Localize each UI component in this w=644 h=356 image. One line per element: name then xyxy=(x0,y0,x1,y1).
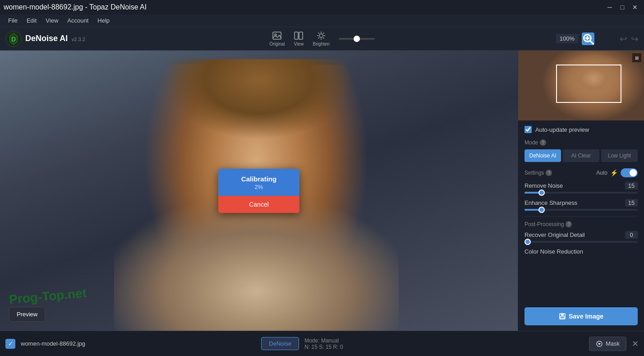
redo-button[interactable]: ↪ xyxy=(631,33,639,44)
svg-line-14 xyxy=(318,37,319,38)
enhance-sharpness-thumb[interactable] xyxy=(538,207,545,213)
menu-view[interactable]: View xyxy=(41,15,63,26)
enhance-sharpness-section: Enhance Sharpness 15 xyxy=(524,199,638,211)
recover-detail-label-row: Recover Original Detail 0 xyxy=(524,231,638,239)
save-image-button[interactable]: Save Image xyxy=(524,307,638,325)
minimize-button[interactable]: ─ xyxy=(604,2,615,13)
calibrating-cancel-button[interactable]: Cancel xyxy=(218,196,299,213)
calibrating-top: Calibrating 2% xyxy=(218,169,299,196)
remove-noise-value: 15 xyxy=(625,182,638,190)
statusbar: ✓ women-model-88692.jpg DeNoise Mode: Ma… xyxy=(0,331,644,356)
menu-file[interactable]: File xyxy=(4,15,22,26)
remove-noise-label: Remove Noise xyxy=(524,182,563,189)
sidebar-content: Auto-update preview Mode ? DeNoise AI AI… xyxy=(518,120,644,304)
auto-toggle[interactable] xyxy=(621,168,638,177)
svg-line-11 xyxy=(318,33,319,34)
status-close-button[interactable]: ✕ xyxy=(632,339,639,349)
titlebar: women-model-88692.jpg - Topaz DeNoise AI… xyxy=(0,0,644,14)
post-processing-help-icon[interactable]: ? xyxy=(566,221,572,227)
save-icon xyxy=(559,313,566,320)
view-label: View xyxy=(294,42,304,46)
svg-rect-20 xyxy=(561,314,564,316)
mode-aiclear-button[interactable]: AI Clear xyxy=(563,149,599,162)
section-divider xyxy=(524,216,638,217)
mode-buttons: DeNoise AI AI Clear Low Light xyxy=(524,149,638,162)
remove-noise-thumb[interactable] xyxy=(538,190,545,196)
auto-update-label: Auto-update preview xyxy=(535,126,589,133)
status-method-button[interactable]: DeNoise xyxy=(261,337,299,350)
mask-button[interactable]: Mask xyxy=(589,337,626,351)
recover-detail-thumb[interactable] xyxy=(524,239,531,245)
recover-detail-track[interactable] xyxy=(524,241,638,243)
brighten-icon xyxy=(316,31,326,41)
brightness-thumb[interactable] xyxy=(354,36,360,42)
logo-text: DeNoise AI xyxy=(25,34,68,43)
original-tool[interactable]: Original xyxy=(269,31,285,46)
svg-text:D: D xyxy=(11,36,16,43)
settings-help-icon[interactable]: ? xyxy=(546,170,552,176)
zoom-level: 100% xyxy=(556,34,578,43)
enhance-sharpness-track[interactable] xyxy=(524,209,638,211)
close-button[interactable]: ✕ xyxy=(630,2,640,13)
svg-rect-5 xyxy=(299,32,303,39)
zoom-in-icon xyxy=(582,32,594,45)
mask-icon xyxy=(596,340,603,347)
remove-noise-track[interactable] xyxy=(524,192,638,194)
svg-line-16 xyxy=(590,41,594,44)
toolbar-center: Original View Brighten xyxy=(269,31,375,46)
view-tool[interactable]: View xyxy=(294,31,304,46)
titlebar-title: women-model-88692.jpg - Topaz DeNoise AI xyxy=(4,3,147,11)
remove-noise-label-row: Remove Noise 15 xyxy=(524,182,638,190)
enhance-sharpness-value: 15 xyxy=(625,199,638,207)
undo-button[interactable]: ↩ xyxy=(620,33,627,44)
color-noise-label: Color Noise Reduction xyxy=(524,248,583,255)
logo-version: v2.3.2 xyxy=(72,37,85,42)
settings-row: Settings ? Auto ⚡ xyxy=(524,168,638,177)
menu-account[interactable]: Account xyxy=(63,15,93,26)
titlebar-controls: ─ □ ✕ xyxy=(604,2,640,13)
auto-label: Auto xyxy=(596,170,607,176)
status-mode-info: Mode: Manual xyxy=(304,338,343,344)
calibrating-dialog: Calibrating 2% Cancel xyxy=(218,169,299,213)
brightness-slider[interactable] xyxy=(339,38,375,40)
brightness-track[interactable] xyxy=(339,38,375,40)
svg-point-6 xyxy=(319,34,323,37)
calibrating-percent: 2% xyxy=(225,184,292,190)
auto-update-checkbox[interactable] xyxy=(524,126,532,133)
thumbnail-expand-button[interactable]: ⊞ xyxy=(632,53,641,62)
recover-detail-label: Recover Original Detail xyxy=(524,231,585,238)
image-icon xyxy=(272,31,282,41)
maximize-button[interactable]: □ xyxy=(617,2,628,13)
thumbnail-preview: ⊞ xyxy=(518,51,644,120)
recover-detail-value: 0 xyxy=(625,231,638,239)
svg-line-12 xyxy=(323,37,324,38)
toolbar-right: 100% ↩ ↪ xyxy=(556,32,639,45)
menu-help[interactable]: Help xyxy=(93,15,114,26)
status-check-icon: ✓ xyxy=(5,339,15,349)
brighten-tool[interactable]: Brighten xyxy=(313,31,330,46)
original-label: Original xyxy=(269,42,285,46)
view-icon xyxy=(294,31,304,41)
mode-denoise-button[interactable]: DeNoise AI xyxy=(524,149,561,162)
mode-lowlight-button[interactable]: Low Light xyxy=(601,149,638,162)
auto-update-row: Auto-update preview xyxy=(524,126,638,133)
preview-button[interactable]: Preview xyxy=(9,307,45,322)
status-nsr-info: N: 15 S: 15 R: 0 xyxy=(304,344,343,350)
zoom-in-button[interactable] xyxy=(582,32,594,45)
menu-edit[interactable]: Edit xyxy=(22,15,41,26)
svg-line-13 xyxy=(323,33,324,34)
recover-detail-section: Recover Original Detail 0 xyxy=(524,231,638,243)
enhance-sharpness-label-row: Enhance Sharpness 15 xyxy=(524,199,638,207)
mode-section-label: Mode ? xyxy=(524,139,638,146)
toolbar: D DeNoise AI v2.3.2 Original View xyxy=(0,27,644,51)
post-processing-label: Post-Processing ? xyxy=(524,221,638,227)
logo-icon: D xyxy=(5,31,22,47)
enhance-sharpness-label: Enhance Sharpness xyxy=(524,199,577,206)
thumbnail-viewport[interactable] xyxy=(556,65,621,103)
brighten-label: Brighten xyxy=(313,42,330,46)
calibrating-title: Calibrating xyxy=(225,175,292,183)
main-content: Calibrating 2% Cancel Prog-Top.net Previ… xyxy=(0,51,644,331)
lightning-icon: ⚡ xyxy=(610,169,618,176)
mode-help-icon[interactable]: ? xyxy=(540,139,546,146)
logo-area: D DeNoise AI v2.3.2 xyxy=(5,31,85,47)
